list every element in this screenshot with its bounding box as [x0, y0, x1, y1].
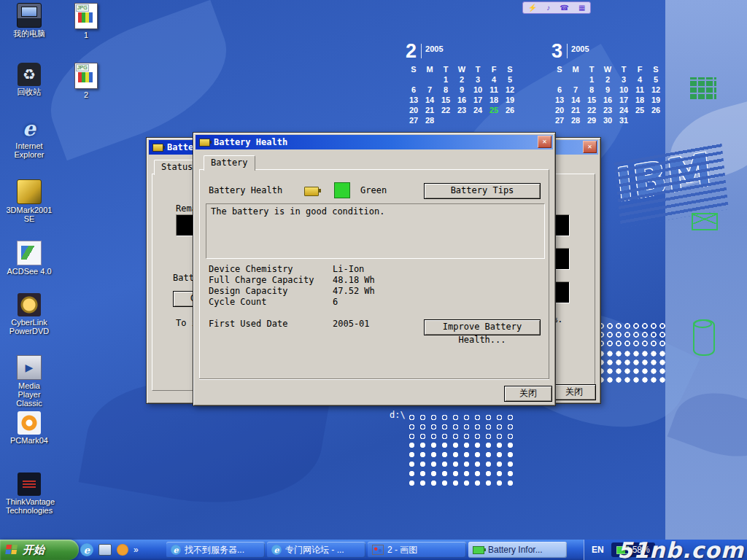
note-icon: ♪	[546, 3, 550, 12]
desktop-icon-thinkvantage[interactable]: ThinkVantage Technologies	[6, 472, 53, 515]
taskbar-tasks: 找不到服务器...专门网论坛 - ...2 - 画图Battery Infor.…	[166, 542, 567, 558]
ie-icon	[171, 545, 181, 555]
start-button[interactable]: 开始	[0, 540, 79, 560]
calendar-day: 4	[632, 74, 648, 85]
field-row: Device ChemistryLi-Ion	[209, 264, 442, 275]
calendar-day	[568, 74, 584, 85]
calendar-day: 17	[616, 95, 632, 105]
desktop-icon-label: ThinkVantage Technologies	[6, 497, 53, 515]
window-title: Battery Health	[214, 137, 287, 147]
calendar-dow: F	[486, 64, 502, 74]
calendar-dow-row: SMTWTFS	[406, 64, 522, 74]
calendar-day: 27	[551, 115, 568, 125]
gauge-box	[555, 214, 570, 236]
calendar-day: 28	[422, 115, 438, 125]
recycle-bin-icon	[18, 63, 41, 86]
calendar-day	[632, 115, 648, 125]
desktop-icon-acdsee[interactable]: ACDSee 4.0	[6, 241, 53, 276]
calendar-day: 19	[648, 95, 664, 105]
calendar-day: 16	[600, 95, 616, 105]
show-desktop-icon[interactable]	[98, 544, 112, 556]
battery-title-icon	[199, 139, 210, 147]
calendar-day: 30	[600, 115, 616, 125]
battery-health-titlebar[interactable]: Battery Health	[196, 135, 553, 149]
taskbar-task[interactable]: 找不到服务器...	[166, 542, 265, 558]
my-computer-icon	[17, 3, 42, 28]
taskbar-task[interactable]: 2 - 画图	[368, 542, 466, 558]
calendar-day: 11	[486, 85, 502, 95]
close-button[interactable]: 关闭	[504, 386, 552, 402]
calendar-day: 15	[584, 95, 600, 105]
separator	[199, 378, 549, 380]
calendar-divider	[421, 44, 422, 58]
calendar-day: 22	[584, 105, 600, 115]
status-text: Green	[360, 185, 387, 195]
close-button[interactable]: 关闭	[552, 384, 596, 400]
field-label: Design Capacity	[209, 286, 287, 296]
calendar-dow: W	[600, 64, 616, 74]
desktop-icon-label: 我的电脑	[6, 29, 53, 38]
calendar-day: 25	[632, 105, 648, 115]
taskbar-task[interactable]: 专门网论坛 - ...	[267, 542, 365, 558]
dots-grid	[597, 322, 665, 349]
calendar-day: 1	[438, 74, 454, 85]
calendar-day: 24	[470, 105, 486, 115]
calendar-day: 4	[486, 74, 502, 85]
desktop-icon-mpc[interactable]: Media Player Classic	[6, 355, 53, 408]
battery-title-icon	[152, 144, 163, 152]
calendar-day: 7	[422, 85, 438, 95]
desktop-icon-my-computer[interactable]: 我的电脑	[6, 3, 53, 38]
field-label: Full Charge Capacity	[209, 275, 314, 285]
media-player-quicklaunch-icon[interactable]	[117, 544, 128, 556]
mini-toolbar: ⚡ ♪ ☎ ▦	[522, 1, 591, 14]
battery-icon	[473, 546, 484, 554]
paint-icon	[372, 545, 384, 555]
desktop-icon-label: Internet Explorer	[6, 141, 53, 159]
desktop-file-1[interactable]: JPG1	[69, 3, 104, 39]
calendar-day: 28	[568, 115, 584, 125]
calendar-day: 8	[584, 85, 600, 95]
calendar-day: 5	[502, 74, 518, 85]
powerdvd-icon	[18, 293, 41, 316]
taskbar-task[interactable]: Battery Infor...	[468, 542, 567, 558]
calendar-day: 14	[568, 95, 584, 105]
improve-battery-health-button[interactable]: Improve Battery Health...	[424, 319, 541, 335]
calendar-year: 2005	[425, 44, 443, 53]
calendar-day	[551, 74, 568, 85]
desktop-icon-internet-explorer[interactable]: Internet Explorer	[6, 117, 53, 159]
calendar-day: 3	[616, 74, 632, 85]
windows-logo-icon	[5, 545, 19, 556]
ie-quicklaunch-icon[interactable]	[80, 543, 93, 556]
calendar-february: 2 2005 SMTWTFS 1234567891011121314151617…	[406, 41, 522, 125]
language-indicator[interactable]: EN	[592, 545, 604, 555]
calendar-day: 10	[616, 85, 632, 95]
close-icon[interactable]: ✕	[538, 136, 551, 148]
desktop-icon-recycle-bin[interactable]: 回收站	[6, 63, 53, 96]
calendar-day: 25	[486, 105, 502, 115]
field-row: Full Charge Capacity48.18 Wh	[209, 275, 442, 286]
calendar-day: 20	[551, 105, 568, 115]
desktop-file-2[interactable]: JPG2	[69, 63, 104, 99]
desktop-icon-3dmark[interactable]: 3DMark2001 SE	[6, 179, 53, 223]
calendar-day: 11	[632, 85, 648, 95]
calendar-day: 31	[616, 115, 632, 125]
calendar-dow: F	[632, 64, 648, 74]
close-icon[interactable]: ✕	[583, 141, 597, 153]
battery-icon	[304, 187, 319, 196]
battery-health-label: Battery Health	[209, 185, 282, 195]
calendar-day: 9	[454, 85, 470, 95]
battery-tips-button[interactable]: Battery Tips	[424, 183, 541, 199]
file-label: 1	[69, 31, 104, 39]
calendar-day	[648, 115, 664, 125]
desktop-icon-pcmark[interactable]: PCMark04	[6, 411, 53, 445]
field-value: 48.18 Wh	[333, 275, 375, 285]
calendar-day: 6	[551, 85, 568, 95]
desktop-icon-powerdvd[interactable]: CyberLink PowerDVD	[6, 293, 53, 335]
calendar-day: 1	[584, 74, 600, 85]
tab-battery[interactable]: Battery	[204, 155, 255, 171]
calendar-header: 3 2005	[551, 41, 668, 64]
calendar-month: 3	[551, 41, 562, 61]
condition-text: The battery is in good condition.	[211, 206, 384, 217]
jpg-file-icon: JPG	[74, 63, 98, 89]
quicklaunch-overflow-chevron[interactable]	[133, 543, 139, 556]
